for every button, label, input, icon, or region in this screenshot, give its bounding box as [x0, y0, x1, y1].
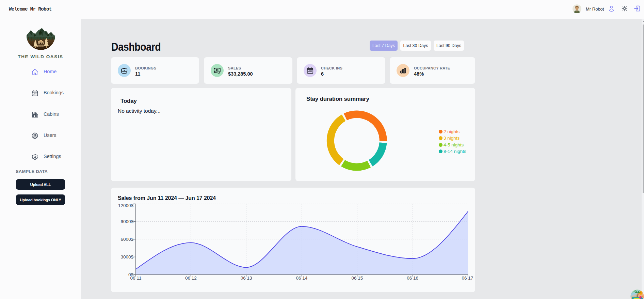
svg-text:06 17: 06 17 — [462, 276, 473, 281]
svg-text:3000$: 3000$ — [120, 254, 133, 259]
svg-text:06 11: 06 11 — [130, 276, 142, 281]
svg-text:06 14: 06 14 — [296, 276, 308, 281]
svg-text:06 13: 06 13 — [241, 276, 252, 281]
svg-text:06 16: 06 16 — [407, 276, 418, 281]
svg-text:06 15: 06 15 — [351, 276, 363, 281]
svg-text:9000$: 9000$ — [120, 219, 133, 224]
svg-text:06 12: 06 12 — [185, 276, 197, 281]
svg-text:6000$: 6000$ — [120, 237, 133, 242]
svg-text:12000$: 12000$ — [118, 203, 134, 208]
